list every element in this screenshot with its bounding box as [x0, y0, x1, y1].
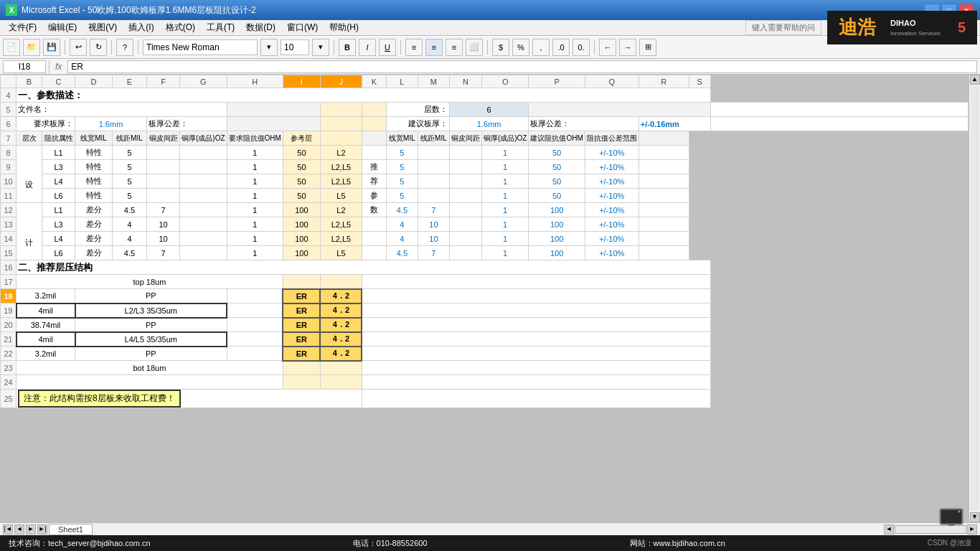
- underline-button[interactable]: U: [379, 39, 396, 56]
- r12-ohm[interactable]: 100: [283, 203, 320, 217]
- help-button[interactable]: ?: [116, 39, 133, 56]
- formula-input[interactable]: [67, 60, 977, 73]
- merge-button[interactable]: ⬜: [466, 39, 483, 56]
- col-header-n[interactable]: N: [449, 75, 481, 88]
- align-center-button[interactable]: ≡: [425, 39, 443, 56]
- col-header-i[interactable]: I: [283, 75, 320, 88]
- r18-er[interactable]: ER: [283, 289, 320, 303]
- decrease-decimal-button[interactable]: 0.: [573, 39, 590, 56]
- col-header-m[interactable]: M: [418, 75, 449, 88]
- r9-ref[interactable]: L2,L5: [320, 160, 362, 174]
- new-button[interactable]: 📄: [3, 39, 20, 56]
- col-header-s[interactable]: S: [689, 75, 710, 88]
- r19-er[interactable]: ER: [283, 303, 320, 318]
- align-left-button[interactable]: ≡: [405, 39, 423, 56]
- undo-button[interactable]: ↩: [70, 39, 87, 56]
- r22-er[interactable]: ER: [283, 347, 320, 361]
- scroll-down-button[interactable]: ▼: [970, 512, 980, 522]
- font-size-input[interactable]: [281, 39, 309, 55]
- r12-ref[interactable]: L2: [320, 203, 362, 217]
- font-name-dropdown[interactable]: ▾: [260, 39, 278, 56]
- r14-ohm[interactable]: 100: [283, 232, 320, 246]
- r13-ohm[interactable]: 100: [283, 217, 320, 232]
- sheet-nav-next[interactable]: ►: [26, 524, 36, 534]
- r8-ref[interactable]: L2: [320, 146, 362, 160]
- menu-view[interactable]: 视图(V): [83, 20, 123, 35]
- col-header-o[interactable]: O: [481, 75, 529, 88]
- col-header-p[interactable]: P: [529, 75, 585, 88]
- italic-button[interactable]: I: [359, 39, 376, 56]
- scroll-right-button[interactable]: ►: [967, 524, 977, 534]
- r13-ref[interactable]: L2,L5: [320, 217, 362, 232]
- percent-button[interactable]: %: [512, 39, 529, 56]
- r14-ref[interactable]: L2,L5: [320, 232, 362, 246]
- cell-j6[interactable]: [362, 117, 386, 131]
- bold-button[interactable]: B: [339, 39, 356, 56]
- menu-help[interactable]: 帮助(H): [324, 20, 364, 35]
- r15-ref[interactable]: L5: [320, 246, 362, 260]
- r9-ohm[interactable]: 50: [283, 160, 320, 174]
- r21-val[interactable]: 4．2: [320, 332, 362, 347]
- menu-format[interactable]: 格式(O): [160, 20, 201, 35]
- col-header-b[interactable]: B: [17, 75, 42, 88]
- r10-ref[interactable]: L2,L5: [320, 174, 362, 189]
- scroll-up-button[interactable]: ▲: [970, 75, 980, 85]
- scroll-left-button[interactable]: ◄: [884, 524, 894, 534]
- r11-ref[interactable]: L5: [320, 189, 362, 203]
- redo-button[interactable]: ↻: [90, 39, 107, 56]
- col-header-d[interactable]: D: [75, 75, 113, 88]
- vertical-scrollbar[interactable]: ▲ ▼: [969, 75, 980, 522]
- menu-data[interactable]: 数据(D): [240, 20, 281, 35]
- col-header-q[interactable]: Q: [585, 75, 639, 88]
- sheet-nav-last[interactable]: ►|: [37, 524, 47, 534]
- cell-i6[interactable]: [320, 117, 362, 131]
- r18-val[interactable]: 4．2: [320, 289, 362, 303]
- save-button[interactable]: 💾: [43, 39, 60, 56]
- col-header-e[interactable]: E: [113, 75, 147, 88]
- menu-window[interactable]: 窗口(W): [281, 20, 324, 35]
- r20-er[interactable]: ER: [283, 318, 320, 332]
- font-size-dropdown[interactable]: ▾: [312, 39, 329, 56]
- col-header-k[interactable]: K: [362, 75, 386, 88]
- col-header-g[interactable]: G: [180, 75, 227, 88]
- col-header-c[interactable]: C: [42, 75, 75, 88]
- cell-j5[interactable]: [362, 103, 386, 117]
- increase-decimal-button[interactable]: .0: [552, 39, 570, 56]
- open-button[interactable]: 📁: [23, 39, 40, 56]
- r20-val[interactable]: 4．2: [320, 318, 362, 332]
- cell-i5[interactable]: [320, 103, 362, 117]
- r23-i[interactable]: [283, 361, 320, 375]
- sheet-nav-first[interactable]: |◄: [3, 524, 13, 534]
- col-header-j[interactable]: J: [320, 75, 362, 88]
- menu-insert[interactable]: 插入(I): [123, 20, 159, 35]
- r24-j[interactable]: [320, 375, 362, 390]
- col-header-h[interactable]: H: [227, 75, 283, 88]
- col-header-f[interactable]: F: [147, 75, 180, 88]
- indent-decrease-button[interactable]: ←: [599, 39, 616, 56]
- menu-edit[interactable]: 编辑(E): [42, 20, 83, 35]
- indent-increase-button[interactable]: →: [619, 39, 636, 56]
- r21-er[interactable]: ER: [283, 332, 320, 347]
- r17-i[interactable]: [283, 275, 320, 289]
- col-header-r[interactable]: R: [639, 75, 689, 88]
- currency-button[interactable]: $: [492, 39, 509, 56]
- cell-reference-input[interactable]: [3, 60, 46, 73]
- r17-j[interactable]: [320, 275, 362, 289]
- align-right-button[interactable]: ≡: [446, 39, 463, 56]
- r11-ohm[interactable]: 50: [283, 189, 320, 203]
- tv-widget[interactable]: [937, 501, 966, 529]
- r23-j[interactable]: [320, 361, 362, 375]
- col-header-l[interactable]: L: [386, 75, 418, 88]
- r10-ohm[interactable]: 50: [283, 174, 320, 189]
- r22-val[interactable]: 4．2: [320, 347, 362, 361]
- r15-ohm[interactable]: 100: [283, 246, 320, 260]
- r19-val[interactable]: 4．2: [320, 303, 362, 318]
- r8-ohm[interactable]: 50: [283, 146, 320, 160]
- r24-i[interactable]: [283, 375, 320, 390]
- menu-file[interactable]: 文件(F): [3, 20, 42, 35]
- comma-button[interactable]: ,: [532, 39, 550, 56]
- sheet-tab-sheet1[interactable]: Sheet1: [49, 524, 93, 535]
- menu-tools[interactable]: 工具(T): [201, 20, 240, 35]
- border-button[interactable]: ⊞: [639, 39, 656, 56]
- sheet-nav-prev[interactable]: ◄: [14, 524, 24, 534]
